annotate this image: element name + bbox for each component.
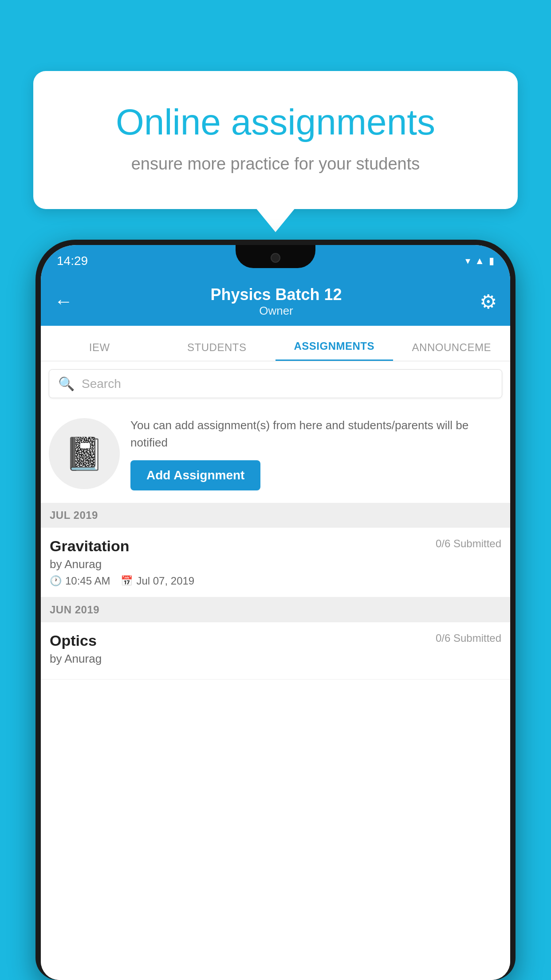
assignment-submitted-optics: 0/6 Submitted	[436, 632, 501, 644]
assignment-time-value: 10:45 AM	[65, 575, 110, 587]
battery-icon: ▮	[489, 255, 494, 267]
signal-icon: ▲	[475, 255, 484, 267]
bubble-title: Online assignments	[69, 102, 482, 142]
assignment-by-gravitation: by Anurag	[50, 557, 501, 571]
header-title-area: Physics Batch 12 Owner	[73, 285, 480, 318]
assignment-meta-gravitation: 🕐 10:45 AM 📅 Jul 07, 2019	[50, 575, 501, 587]
tab-iew[interactable]: IEW	[41, 341, 158, 361]
content-area: 🔍 Search 📓 You can add assignment(s) fro…	[41, 361, 510, 980]
batch-title: Physics Batch 12	[73, 285, 480, 304]
assignment-icon-circle: 📓	[49, 418, 120, 489]
status-time: 14:29	[57, 254, 88, 268]
assignment-date-value: Jul 07, 2019	[136, 575, 194, 587]
empty-description: You can add assignment(s) from here and …	[130, 417, 502, 451]
bubble-subtitle: ensure more practice for your students	[69, 154, 482, 174]
status-icons: ▾ ▲ ▮	[465, 255, 494, 267]
tab-announcements[interactable]: ANNOUNCEME	[393, 341, 511, 361]
assignment-submitted-gravitation: 0/6 Submitted	[436, 537, 501, 550]
app-header: ← Physics Batch 12 Owner ⚙	[41, 277, 510, 326]
search-bar[interactable]: 🔍 Search	[49, 369, 502, 398]
assignment-by-optics: by Anurag	[50, 652, 501, 666]
assignment-title-gravitation: Gravitation	[50, 537, 129, 555]
notch	[236, 245, 315, 268]
empty-text-area: You can add assignment(s) from here and …	[130, 417, 502, 490]
assignment-time: 🕐 10:45 AM	[50, 575, 110, 587]
phone-screen-container: 14:29 ▾ ▲ ▮ ← Physics Batch 12 Owner ⚙ I…	[41, 245, 510, 980]
camera	[271, 253, 280, 263]
tab-students[interactable]: STUDENTS	[158, 341, 276, 361]
section-header-jun-2019: JUN 2019	[41, 597, 510, 622]
notebook-icon: 📓	[64, 435, 104, 473]
assignment-gravitation[interactable]: Gravitation 0/6 Submitted by Anurag 🕐 10…	[41, 528, 510, 597]
clock-icon: 🕐	[50, 575, 62, 587]
speech-bubble: Online assignments ensure more practice …	[33, 71, 518, 209]
assignment-top-row-optics: Optics 0/6 Submitted	[50, 632, 501, 649]
settings-icon[interactable]: ⚙	[480, 290, 497, 313]
assignment-title-optics: Optics	[50, 632, 97, 649]
calendar-icon: 📅	[121, 575, 133, 587]
screen: 14:29 ▾ ▲ ▮ ← Physics Batch 12 Owner ⚙ I…	[41, 245, 510, 980]
assignment-optics[interactable]: Optics 0/6 Submitted by Anurag	[41, 622, 510, 680]
tabs-bar: IEW STUDENTS ASSIGNMENTS ANNOUNCEME	[41, 326, 510, 361]
empty-state: 📓 You can add assignment(s) from here an…	[41, 404, 510, 503]
assignment-top-row: Gravitation 0/6 Submitted	[50, 537, 501, 555]
phone-frame: 14:29 ▾ ▲ ▮ ← Physics Batch 12 Owner ⚙ I…	[35, 240, 516, 980]
search-icon: 🔍	[58, 376, 75, 391]
wifi-icon: ▾	[465, 255, 470, 267]
header-subtitle: Owner	[73, 304, 480, 318]
search-placeholder: Search	[82, 377, 121, 391]
tab-assignments[interactable]: ASSIGNMENTS	[276, 340, 393, 361]
assignment-date: 📅 Jul 07, 2019	[121, 575, 194, 587]
back-button[interactable]: ←	[54, 291, 73, 312]
add-assignment-button[interactable]: Add Assignment	[130, 460, 260, 490]
section-header-jul-2019: JUL 2019	[41, 503, 510, 528]
